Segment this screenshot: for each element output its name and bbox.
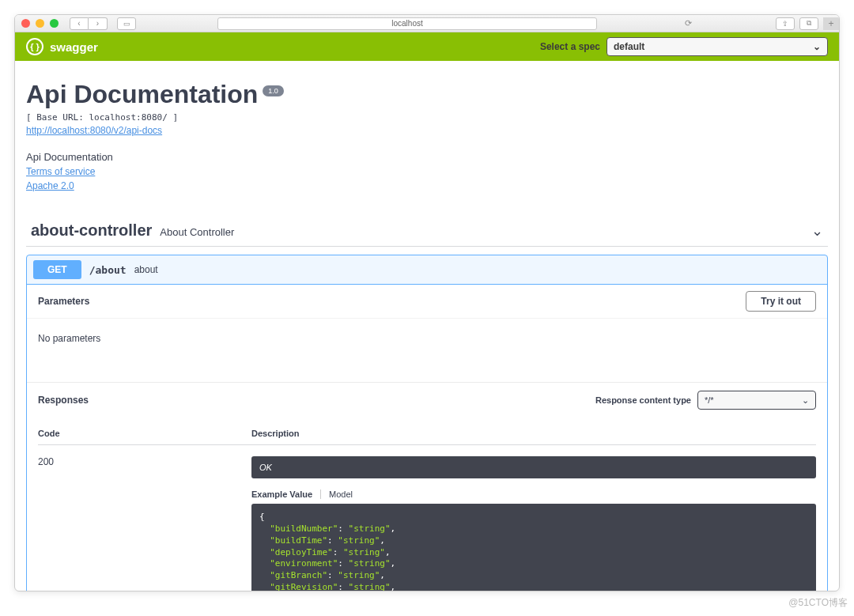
- tab-example-value[interactable]: Example Value: [251, 489, 321, 499]
- no-parameters: No parameters: [27, 319, 827, 382]
- reload-icon[interactable]: ⟳: [682, 17, 694, 30]
- response-message: OK: [251, 456, 816, 478]
- spec-select[interactable]: default ⌄: [606, 37, 828, 56]
- terms-link[interactable]: Terms of service: [26, 166, 828, 177]
- col-code: Code: [38, 429, 251, 445]
- operation-summary: about: [134, 264, 158, 275]
- license-link[interactable]: Apache 2.0: [26, 180, 828, 191]
- swagger-topbar: { } swagger Select a spec default ⌄: [15, 32, 839, 61]
- url-field[interactable]: localhost: [217, 17, 597, 30]
- operation-path: /about: [89, 264, 127, 276]
- response-code: 200: [38, 445, 251, 591]
- docs-link[interactable]: http://localhost:8080/v2/api-docs: [26, 125, 162, 136]
- back-button[interactable]: ‹: [70, 17, 89, 30]
- minimize-icon[interactable]: [36, 19, 44, 28]
- new-tab-button[interactable]: +: [823, 17, 839, 30]
- content-type-label: Response content type: [595, 395, 691, 405]
- watermark: @51CTO博客: [788, 596, 848, 610]
- base-url: [ Base URL: localhost:8080/ ]: [26, 112, 828, 123]
- api-version: 1.0: [263, 85, 284, 96]
- try-it-out-button[interactable]: Try it out: [746, 291, 816, 312]
- col-desc: Description: [251, 429, 816, 445]
- operation-get-about: GET /about about Parameters Try it out N…: [26, 255, 828, 591]
- traffic-lights: [21, 19, 59, 28]
- browser-window: ‹ › ▭ localhost ⟳ ⇪ ⧉ + { } swagger Sele…: [14, 14, 840, 591]
- api-title: Api Documentation: [26, 80, 258, 109]
- swagger-logo: { } swagger: [26, 38, 98, 55]
- sidebar-button[interactable]: ▭: [117, 17, 136, 30]
- parameters-title: Parameters: [38, 296, 89, 307]
- share-icon[interactable]: ⇪: [776, 17, 795, 30]
- chevron-down-icon: ⌄: [802, 395, 809, 406]
- content-type-select[interactable]: */* ⌄: [697, 391, 816, 410]
- tabs-icon[interactable]: ⧉: [799, 17, 818, 30]
- nav-buttons: ‹ ›: [70, 17, 108, 30]
- method-badge: GET: [33, 260, 81, 279]
- close-icon[interactable]: [21, 19, 30, 28]
- forward-button[interactable]: ›: [89, 17, 108, 30]
- operation-header[interactable]: GET /about about: [27, 255, 827, 284]
- responses-title: Responses: [38, 395, 89, 406]
- chevron-down-icon: ⌄: [811, 222, 823, 240]
- swagger-icon: { }: [26, 38, 43, 55]
- zoom-icon[interactable]: [50, 19, 59, 28]
- tab-model[interactable]: Model: [329, 489, 353, 499]
- spec-label: Select a spec: [540, 41, 600, 52]
- example-code: { "buildNumber": "string", "buildTime": …: [251, 504, 816, 591]
- swagger-content: Api Documentation 1.0 [ Base URL: localh…: [15, 61, 839, 591]
- titlebar: ‹ › ▭ localhost ⟳ ⇪ ⧉ +: [15, 15, 839, 32]
- api-description: Api Documentation: [26, 151, 828, 163]
- tag-about-controller[interactable]: about-controller About Controller ⌄: [26, 221, 828, 247]
- chevron-down-icon: ⌄: [813, 41, 821, 52]
